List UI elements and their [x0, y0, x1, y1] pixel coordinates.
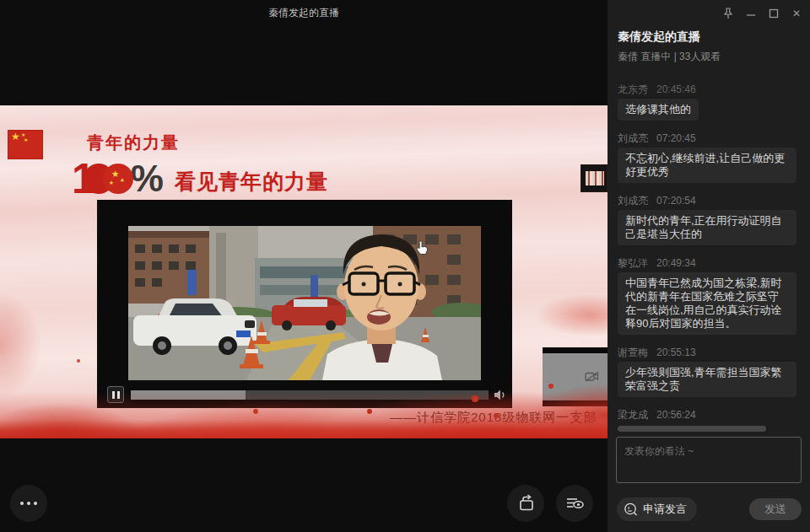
- message-bubble: 不忘初心,继续前进,让自己做的更好更优秀: [618, 148, 796, 183]
- stage-title: 秦倩发起的直播: [0, 6, 608, 20]
- chat-message: 龙东秀20:45:46 选修课其他的: [618, 83, 800, 121]
- stream-status: 秦倩 直播中 | 33人观看: [618, 50, 721, 64]
- chat-message: 刘成亮07:20:45 不忘初心,继续前进,让自己做的更好更优秀: [618, 132, 800, 183]
- request-speak-button[interactable]: 申请发言: [617, 497, 697, 521]
- participant-thumbnail-camera-off[interactable]: [543, 347, 608, 406]
- live-stream-window: 秦倩发起的直播 ★ ★ ★ 青年的力量 1 ★★★ % 看见青年的力量: [0, 0, 810, 532]
- hand-cursor: [416, 240, 429, 255]
- message-bubble: 新时代的青年,正在用行动证明自己是堪当大任的: [618, 210, 796, 245]
- chat-actions: 申请发言 发送: [608, 497, 810, 521]
- chat-message-list[interactable]: 龙东秀20:45:46 选修课其他的 刘成亮07:20:45 不忘初心,继续前进…: [608, 80, 810, 433]
- progress-fill: [131, 390, 246, 400]
- chat-panel: ✕ 秦倩发起的直播 秦倩 直播中 | 33人观看 龙东秀20:45:46 选修课…: [608, 0, 810, 532]
- sender-name: 谢萱梅: [618, 347, 648, 358]
- maximize-icon[interactable]: [767, 7, 780, 20]
- switch-view-icon: [515, 492, 537, 514]
- request-speak-label: 申请发言: [643, 502, 687, 517]
- sender-name: 龙东秀: [618, 83, 648, 95]
- participant-thumbnail-small[interactable]: [580, 164, 608, 192]
- shared-slide: ★ ★ ★ 青年的力量 1 ★★★ % 看见青年的力量: [0, 105, 608, 438]
- pin-icon[interactable]: [721, 7, 735, 20]
- embedded-video-player[interactable]: [97, 200, 512, 408]
- message-bubble: 少年强则国强,青年需担当国家繁荣富强之责: [618, 362, 796, 397]
- chat-input[interactable]: [616, 437, 802, 483]
- chat-message: 刘成亮07:20:54 新时代的青年,正在用行动证明自己是堪当大任的: [618, 194, 800, 245]
- pause-button[interactable]: [107, 386, 124, 403]
- chat-message: 谢萱梅20:55:13 少年强则国强,青年需担当国家繁荣富强之责: [618, 346, 800, 397]
- message-time: 20:56:24: [656, 409, 696, 421]
- sender-name: 刘成亮: [618, 132, 648, 144]
- red-dots-decoration: [367, 409, 372, 414]
- send-button[interactable]: 发送: [749, 498, 802, 520]
- sender-name: 梁龙成: [618, 409, 648, 421]
- camera-off-icon: [585, 371, 599, 382]
- china-flag: ★ ★ ★: [8, 131, 42, 159]
- chat-title: 秦倩发起的直播: [618, 30, 700, 45]
- faded-incoming-bubble: [618, 426, 766, 432]
- message-time: 07:20:45: [656, 132, 696, 144]
- volume-icon[interactable]: [494, 389, 507, 401]
- minimize-icon[interactable]: [744, 7, 758, 20]
- slide-subheading: 看见青年的力量: [175, 168, 328, 196]
- switch-view-button[interactable]: [507, 485, 544, 522]
- message-bubble: 选修课其他的: [618, 99, 699, 121]
- sender-name: 黎弘洋: [618, 257, 648, 269]
- close-icon[interactable]: ✕: [790, 7, 803, 20]
- video-progress-bar[interactable]: [131, 390, 489, 400]
- logo-100-percent: 1 ★★★ %: [72, 159, 164, 198]
- window-controls: ✕: [721, 7, 803, 20]
- chat-message: 黎弘洋20:49:34 中国青年已然成为国之栋梁,新时代的新青年在国家危难之际坚…: [618, 256, 800, 335]
- slide-caption: ——计信学院2018级物联网一支部: [390, 410, 597, 426]
- message-time: 07:20:54: [656, 195, 696, 207]
- message-bubble: 中国青年已然成为国之栋梁,新时代的新青年在国家危难之际坚守在一线岗位,用自己的真…: [618, 272, 796, 335]
- message-time: 20:49:34: [656, 257, 696, 269]
- attendee-list-button[interactable]: [556, 485, 593, 522]
- logo-circle-stars: ★★★: [103, 164, 133, 194]
- slide-heading: 青年的力量: [87, 132, 180, 154]
- message-time: 20:45:46: [656, 83, 696, 95]
- message-time: 20:55:13: [656, 347, 696, 358]
- request-speak-icon: [624, 502, 639, 517]
- more-options-button[interactable]: [10, 485, 47, 522]
- main-stage: 秦倩发起的直播 ★ ★ ★ 青年的力量 1 ★★★ % 看见青年的力量: [0, 0, 608, 532]
- attendee-list-eye-icon: [564, 492, 586, 514]
- chat-message: 梁龙成20:56:24: [618, 408, 800, 432]
- sender-name: 刘成亮: [618, 195, 648, 207]
